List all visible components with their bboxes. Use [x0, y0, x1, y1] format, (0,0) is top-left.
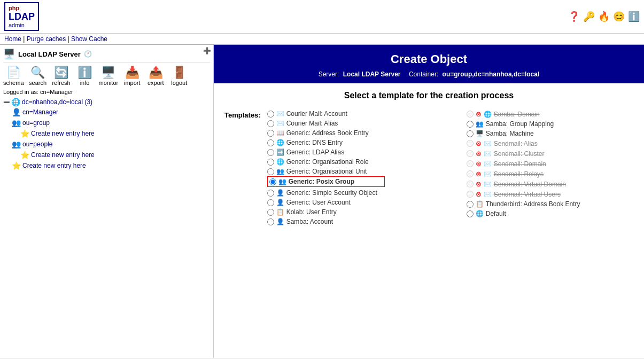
sendmail-alias-icon: ✉️: [484, 140, 492, 147]
thunderbird-address-label[interactable]: Thunderbird: Address Book Entry: [486, 200, 580, 208]
radio-sendmail-virtual-domain[interactable]: [467, 181, 474, 187]
generic-org-role-label[interactable]: Generic: Organisational Role: [286, 158, 369, 166]
group-row[interactable]: 👥 ou=group: [12, 118, 210, 128]
search-label: search: [29, 80, 46, 86]
fire-icon[interactable]: 🔥: [598, 11, 610, 22]
sendmail-relays-label: Sendmail: Relays: [494, 170, 544, 178]
export-icon: 📤: [149, 66, 163, 80]
kolab-user-label[interactable]: Kolab: User Entry: [286, 208, 337, 216]
radio-default[interactable]: [467, 210, 474, 217]
generic-user-account-icon: 👤: [276, 199, 284, 206]
generic-ldap-alias-label[interactable]: Generic: LDAP Alias: [286, 148, 345, 156]
template-item-courier-alias: ✉️ Courier Mail: Alias: [267, 119, 451, 128]
samba-account-label[interactable]: Samba: Account: [286, 218, 333, 225]
radio-courier-account[interactable]: [267, 111, 274, 118]
radio-sendmail-alias[interactable]: [467, 140, 474, 147]
info-icon: ℹ️: [77, 66, 92, 80]
template-item-sendmail-virtual-users: ⊗ ✉️ Sendmail: Virtual Users: [467, 189, 633, 199]
show-cache-link[interactable]: Show Cache: [71, 35, 107, 43]
people-row[interactable]: 👥 ou=people: [12, 139, 210, 150]
generic-address-label[interactable]: Generic: Address Book Entry: [286, 129, 369, 137]
radio-generic-address[interactable]: [267, 130, 274, 137]
radio-generic-posix-group[interactable]: [269, 178, 276, 185]
create-entry-group[interactable]: ⭐ Create new entry here: [20, 128, 210, 139]
radio-samba-account[interactable]: [267, 218, 274, 225]
generic-org-unit-label[interactable]: Generic: Organisational Unit: [286, 168, 367, 175]
info-button[interactable]: ℹ️ info: [75, 66, 95, 86]
radio-generic-user-account[interactable]: [267, 199, 274, 206]
radio-samba-group-mapping[interactable]: [467, 121, 474, 128]
samba-domain-icon: 🌐: [484, 111, 492, 118]
radio-generic-org-unit[interactable]: [267, 168, 274, 175]
purge-caches-link[interactable]: Purge caches: [27, 35, 66, 43]
logo-admin: admin: [9, 22, 25, 28]
radio-generic-dns[interactable]: [267, 139, 274, 146]
refresh-label: refresh: [52, 80, 70, 86]
create-entry-root[interactable]: ⭐ Create new entry here: [12, 160, 210, 171]
smile-icon[interactable]: 😊: [613, 11, 625, 22]
help-icon[interactable]: ❓: [568, 11, 580, 22]
radio-thunderbird-address[interactable]: [467, 201, 474, 208]
import-button[interactable]: 📥 import: [122, 66, 142, 86]
server-title: Local LDAP Server: [18, 50, 81, 58]
radio-sendmail-relays[interactable]: [467, 170, 474, 177]
sendmail-virtual-domain-error-icon: ⊗: [476, 180, 482, 188]
monitor-icon: 🖥️: [101, 66, 115, 80]
sendmail-alias-error-icon: ⊗: [476, 139, 482, 147]
key-icon[interactable]: 🔑: [583, 11, 595, 22]
radio-courier-alias[interactable]: [267, 120, 274, 127]
generic-simple-security-label[interactable]: Generic: Simple Security Object: [286, 189, 377, 197]
default-label[interactable]: Default: [486, 210, 506, 217]
courier-alias-label[interactable]: Courier Mail: Alias: [286, 120, 338, 127]
tree-item-manager[interactable]: 👤 cn=Manager: [12, 107, 210, 118]
schema-button[interactable]: 📄 schema: [3, 66, 24, 86]
generic-posix-group-icon: 👥: [278, 178, 286, 185]
radio-kolab-user[interactable]: [267, 209, 274, 216]
export-button[interactable]: 📤 export: [146, 66, 165, 86]
courier-account-label[interactable]: Courier Mail: Account: [286, 110, 347, 118]
tree-item-people: 👥 ou=people ⭐ Create new entry here: [12, 139, 210, 160]
people-children: ⭐ Create new entry here: [12, 150, 210, 160]
logo: php LDAP admin: [4, 2, 39, 31]
import-icon: 📥: [125, 66, 139, 80]
generic-dns-label[interactable]: Generic: DNS Entry: [286, 139, 343, 146]
generic-org-unit-icon: 👥: [276, 168, 284, 175]
create-object-header: Create Object: [214, 45, 644, 69]
template-item-generic-simple-security: 👤 Generic: Simple Security Object: [267, 188, 451, 198]
header-icons: ❓ 🔑 🔥 😊 ℹ️: [568, 11, 640, 22]
template-item-thunderbird-address: 📋 Thunderbird: Address Book Entry: [467, 199, 633, 209]
tree-root-label: dc=nhanhoa,dc=local (3): [22, 98, 92, 106]
radio-sendmail-domain[interactable]: [467, 160, 474, 167]
radio-generic-ldap-alias[interactable]: [267, 149, 274, 156]
radio-samba-machine[interactable]: [467, 130, 474, 137]
generic-org-role-icon: 🌐: [276, 158, 284, 166]
create-entry-people[interactable]: ⭐ Create new entry here: [20, 150, 210, 160]
refresh-button[interactable]: 🔄 refresh: [52, 66, 71, 86]
logo-box: php LDAP admin: [4, 2, 39, 31]
info-header-icon[interactable]: ℹ️: [628, 11, 640, 22]
search-button[interactable]: 🔍 search: [28, 66, 48, 86]
sendmail-virtual-users-label: Sendmail: Virtual Users: [494, 191, 561, 198]
expand-icon[interactable]: ➕: [203, 47, 211, 54]
radio-sendmail-cluster[interactable]: [467, 150, 474, 157]
radio-sendmail-virtual-users[interactable]: [467, 191, 474, 198]
radio-samba-domain[interactable]: [467, 111, 474, 118]
home-link[interactable]: Home: [4, 35, 21, 43]
samba-domain-error-icon: ⊗: [476, 110, 482, 118]
logout-button[interactable]: 🚪 logout: [169, 66, 189, 86]
samba-group-mapping-label[interactable]: Samba: Group Mapping: [486, 120, 554, 128]
logo-php: php: [9, 5, 19, 11]
sendmail-virtual-domain-icon: ✉️: [484, 181, 492, 188]
tree-root[interactable]: ➖ 🌐 dc=nhanhoa,dc=local (3): [3, 97, 210, 107]
logout-label: logout: [171, 80, 187, 86]
radio-generic-org-role[interactable]: [267, 159, 274, 166]
generic-posix-group-label[interactable]: Generic: Posix Group: [289, 178, 354, 185]
generic-user-account-label[interactable]: Generic: User Account: [286, 199, 351, 206]
template-item-samba-machine: 🖥️ Samba: Machine: [467, 129, 633, 138]
radio-generic-simple-security[interactable]: [267, 190, 274, 197]
star-icon-1: ⭐: [20, 129, 29, 138]
create-entry-group-label: Create new entry here: [31, 130, 95, 137]
toolbar: 📄 schema 🔍 search 🔄 refresh ℹ️ info 🖥️ m…: [3, 64, 210, 88]
monitor-button[interactable]: 🖥️ monitor: [99, 66, 119, 86]
samba-machine-label[interactable]: Samba: Machine: [486, 130, 534, 137]
